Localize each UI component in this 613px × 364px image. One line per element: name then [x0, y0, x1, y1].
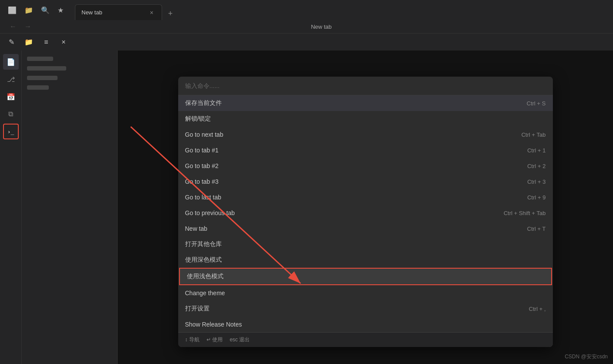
command-palette-overlay: 保存当前文件Ctrl + S解锁/锁定Go to next tabCtrl + … — [118, 51, 613, 364]
sidebar-icon-calendar[interactable]: 📅 — [3, 89, 19, 104]
folder-icon[interactable]: 📁 — [24, 6, 33, 14]
file-tree-item[interactable] — [22, 54, 117, 64]
command-item[interactable]: Show Release Notes — [178, 317, 553, 332]
forward-button[interactable]: → — [22, 20, 34, 33]
attribution: CSDN @安安csdn — [565, 353, 608, 361]
toolbar: ✎ 📁 ≡ × — [0, 33, 613, 51]
command-item-shortcut: Ctrl + Shift + Tab — [504, 210, 546, 216]
command-item[interactable]: 打开设置Ctrl + , — [178, 301, 553, 317]
command-item[interactable]: 使用深色模式 — [178, 252, 553, 268]
command-item[interactable]: 打开其他仓库 — [178, 236, 553, 252]
command-item-label: 使用浅色模式 — [187, 273, 224, 280]
command-item-label: Change theme — [185, 290, 225, 297]
command-item-shortcut: Ctrl + S — [527, 100, 546, 107]
command-item-shortcut: Ctrl + 9 — [527, 194, 545, 201]
footer-escape: esc 退出 — [230, 336, 250, 344]
sidebar-icon-source-control[interactable]: ⎇ — [3, 71, 19, 87]
command-item-label: 打开其他仓库 — [185, 240, 222, 248]
window-icon[interactable]: ⬜ — [8, 6, 17, 14]
file-tree-item[interactable] — [22, 73, 117, 83]
command-item-label: 使用深色模式 — [185, 256, 222, 264]
back-button[interactable]: ← — [7, 20, 19, 33]
command-item[interactable]: Change theme — [178, 285, 553, 301]
command-item-shortcut: Ctrl + Tab — [522, 131, 546, 138]
main-layout: 📄 ⎇ 📅 ⧉ ›_ 保 — [0, 51, 613, 364]
command-item-label: New tab — [185, 225, 207, 232]
command-item-label: Go to next tab — [185, 131, 224, 138]
command-palette: 保存当前文件Ctrl + S解锁/锁定Go to next tabCtrl + … — [178, 77, 553, 347]
command-item-label: Show Release Notes — [185, 321, 242, 328]
command-item-shortcut: Ctrl + 1 — [527, 147, 545, 154]
command-item[interactable]: Go to next tabCtrl + Tab — [178, 127, 553, 142]
new-tab-button[interactable]: + — [164, 7, 177, 20]
sidebar: 📄 ⎇ 📅 ⧉ ›_ — [0, 51, 22, 364]
tabs-area: New tab × + — [75, 0, 177, 20]
command-item[interactable]: Go to tab #2Ctrl + 2 — [178, 158, 553, 174]
command-item[interactable]: New tabCtrl + T — [178, 221, 553, 236]
search-icon[interactable]: 🔍 — [41, 6, 50, 14]
active-tab[interactable]: New tab × — [75, 4, 162, 20]
close-panel-icon[interactable]: × — [58, 36, 70, 48]
sidebar-icon-terminal[interactable]: ›_ — [3, 124, 19, 139]
command-item-shortcut: Ctrl + 2 — [527, 163, 545, 169]
command-item-label: Go to tab #1 — [185, 147, 219, 154]
command-item[interactable]: Go to last tabCtrl + 9 — [178, 189, 553, 205]
command-item[interactable]: Go to previous tabCtrl + Shift + Tab — [178, 205, 553, 221]
command-item-label: Go to last tab — [185, 194, 221, 201]
menu-icon[interactable]: ≡ — [40, 36, 52, 48]
use-label: ↵ 使用 — [207, 336, 223, 344]
navigate-label: ↕ 导航 — [185, 336, 200, 344]
breadcrumb-bar: ← → New tab — [0, 20, 613, 33]
sidebar-icon-copy[interactable]: ⧉ — [3, 106, 19, 122]
command-item-label: Go to tab #3 — [185, 178, 219, 185]
command-footer: ↕ 导航 ↵ 使用 esc 退出 — [178, 332, 553, 347]
footer-use: ↵ 使用 — [207, 336, 223, 344]
file-tree-item[interactable] — [22, 64, 117, 73]
command-input-row — [178, 77, 553, 95]
command-input[interactable] — [185, 82, 546, 89]
escape-label: esc 退出 — [230, 336, 250, 344]
command-item[interactable]: Go to tab #1Ctrl + 1 — [178, 142, 553, 158]
command-list: 保存当前文件Ctrl + S解锁/锁定Go to next tabCtrl + … — [178, 95, 553, 332]
file-name-placeholder — [27, 66, 66, 71]
command-item[interactable]: 保存当前文件Ctrl + S — [178, 95, 553, 111]
sidebar-icon-explorer[interactable]: 📄 — [3, 54, 19, 70]
file-tree — [22, 51, 118, 364]
new-file-icon[interactable]: ✎ — [5, 36, 17, 48]
file-name-placeholder — [27, 76, 58, 80]
footer-navigate: ↕ 导航 — [185, 336, 200, 344]
breadcrumb-text: New tab — [311, 24, 332, 30]
title-bar: ⬜ 📁 🔍 ★ New tab × + — [0, 0, 613, 20]
command-item-label: 解锁/锁定 — [185, 115, 211, 123]
command-item-label: Go to tab #2 — [185, 162, 219, 169]
command-item-label: 打开设置 — [185, 305, 210, 313]
command-item-shortcut: Ctrl + T — [527, 226, 546, 232]
command-item[interactable]: 解锁/锁定 — [178, 111, 553, 127]
open-folder-icon[interactable]: 📁 — [23, 36, 35, 48]
command-item[interactable]: Go to tab #3Ctrl + 3 — [178, 174, 553, 189]
file-tree-item[interactable] — [22, 83, 117, 92]
file-name-placeholder — [27, 57, 53, 61]
tab-label: New tab — [81, 9, 144, 16]
editor-area: 保存当前文件Ctrl + S解锁/锁定Go to next tabCtrl + … — [118, 51, 613, 364]
window-controls: ⬜ 📁 🔍 ★ — [4, 6, 67, 14]
command-item-shortcut: Ctrl + 3 — [527, 179, 545, 185]
bookmark-icon[interactable]: ★ — [58, 6, 64, 14]
file-name-placeholder — [27, 85, 49, 90]
command-item-shortcut: Ctrl + , — [529, 306, 546, 312]
tab-close-button[interactable]: × — [148, 9, 156, 17]
command-item-label: Go to previous tab — [185, 209, 235, 216]
command-item[interactable]: 使用浅色模式 — [179, 268, 552, 285]
command-item-label: 保存当前文件 — [185, 99, 222, 107]
